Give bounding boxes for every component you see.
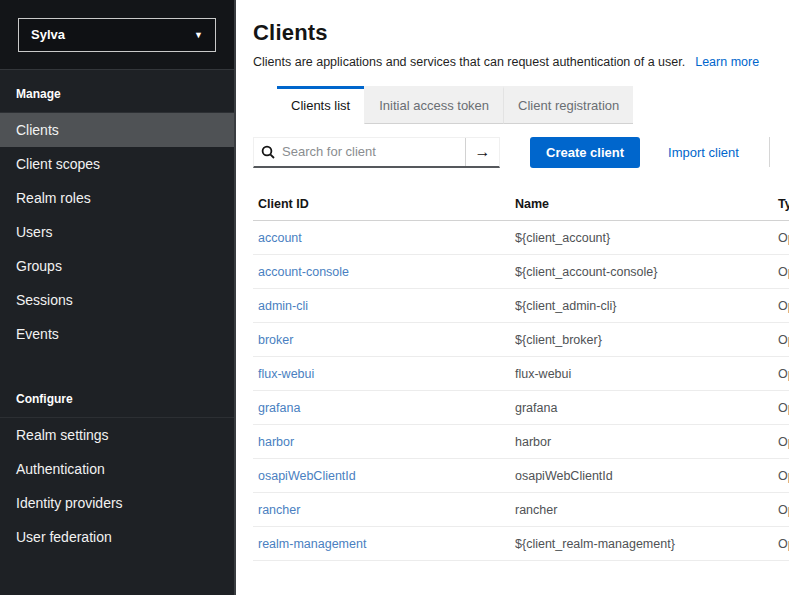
main-content: Clients Clients are applications and ser…	[236, 0, 789, 595]
client-name: rancher	[510, 493, 773, 526]
sidebar-item-sessions[interactable]: Sessions	[0, 283, 234, 317]
table-body: account${client_account}OpenID Connectac…	[253, 221, 789, 561]
nav-section-label: Manage	[0, 70, 234, 113]
table-row: rancherrancherOpenID Connect	[253, 493, 789, 527]
sidebar-item-groups[interactable]: Groups	[0, 249, 234, 283]
client-name: ${client_broker}	[510, 323, 773, 356]
description-text: Clients are applications and services th…	[253, 55, 685, 69]
table-header-row: Client IDNameType	[253, 189, 789, 221]
learn-more-link[interactable]: Learn more	[695, 55, 759, 69]
client-id-link[interactable]: admin-cli	[253, 289, 510, 322]
table-row: realm-management${client_realm-managemen…	[253, 527, 789, 561]
client-name: flux-webui	[510, 357, 773, 390]
client-id-link[interactable]: realm-management	[253, 527, 510, 560]
client-type: OpenID Connect	[773, 459, 789, 492]
table-row: harborharborOpenID Connect	[253, 425, 789, 459]
clients-table: Client IDNameType account${client_accoun…	[253, 189, 789, 561]
column-header-name[interactable]: Name	[510, 189, 773, 221]
toolbar-divider	[769, 137, 770, 167]
sidebar-item-authentication[interactable]: Authentication	[0, 452, 234, 486]
table-row: account-console${client_account-console}…	[253, 255, 789, 289]
sidebar-nav: ManageClientsClient scopesRealm rolesUse…	[0, 70, 234, 554]
client-id-link[interactable]: flux-webui	[253, 357, 510, 390]
client-type: OpenID Connect	[773, 289, 789, 322]
search-group: →	[253, 137, 500, 168]
sidebar-item-identity-providers[interactable]: Identity providers	[0, 486, 234, 520]
client-name: harbor	[510, 425, 773, 458]
sidebar-item-realm-roles[interactable]: Realm roles	[0, 181, 234, 215]
sidebar-item-client-scopes[interactable]: Client scopes	[0, 147, 234, 181]
search-input[interactable]	[282, 144, 465, 159]
chevron-down-icon: ▼	[194, 30, 203, 40]
client-id-link[interactable]: account	[253, 221, 510, 254]
client-type: OpenID Connect	[773, 323, 789, 356]
toolbar: → Create client Import client	[253, 136, 789, 168]
create-client-button[interactable]: Create client	[530, 137, 640, 168]
table-row: grafanagrafanaOpenID Connect	[253, 391, 789, 425]
sidebar-item-events[interactable]: Events	[0, 317, 234, 351]
client-type: OpenID Connect	[773, 527, 789, 560]
sidebar-item-realm-settings[interactable]: Realm settings	[0, 418, 234, 452]
realm-selector-area: Sylva ▼	[0, 0, 234, 70]
table-row: osapiWebClientIdosapiWebClientIdOpenID C…	[253, 459, 789, 493]
client-type: OpenID Connect	[773, 425, 789, 458]
nav-section-configure: ConfigureRealm settingsAuthenticationIde…	[0, 375, 234, 554]
keycloak-admin-app: Sylva ▼ ManageClientsClient scopesRealm …	[0, 0, 789, 595]
tab-clients-list[interactable]: Clients list	[277, 86, 364, 124]
nav-section-label: Configure	[0, 375, 234, 418]
page-title: Clients	[253, 20, 789, 46]
realm-selector[interactable]: Sylva ▼	[18, 18, 216, 52]
table-header: Client IDNameType	[253, 189, 789, 221]
client-name: grafana	[510, 391, 773, 424]
arrow-right-icon: →	[475, 143, 491, 161]
client-id-link[interactable]: broker	[253, 323, 510, 356]
client-type: OpenID Connect	[773, 493, 789, 526]
column-header-type[interactable]: Type	[773, 189, 789, 221]
client-id-link[interactable]: osapiWebClientId	[253, 459, 510, 492]
sidebar: Sylva ▼ ManageClientsClient scopesRealm …	[0, 0, 236, 595]
table-row: flux-webuiflux-webuiOpenID Connect	[253, 357, 789, 391]
search-submit-button[interactable]: →	[465, 138, 499, 166]
tab-client-registration[interactable]: Client registration	[503, 86, 633, 124]
realm-name: Sylva	[31, 27, 65, 42]
client-type: OpenID Connect	[773, 391, 789, 424]
client-id-link[interactable]: harbor	[253, 425, 510, 458]
client-id-link[interactable]: account-console	[253, 255, 510, 288]
page-description: Clients are applications and services th…	[253, 55, 789, 69]
client-name: osapiWebClientId	[510, 459, 773, 492]
client-name: ${client_realm-management}	[510, 527, 773, 560]
sidebar-item-users[interactable]: Users	[0, 215, 234, 249]
table-row: broker${client_broker}OpenID Connect	[253, 323, 789, 357]
client-name: ${client_admin-cli}	[510, 289, 773, 322]
sidebar-item-user-federation[interactable]: User federation	[0, 520, 234, 554]
table-row: account${client_account}OpenID Connect	[253, 221, 789, 255]
tab-bar: Clients listInitial access tokenClient r…	[277, 86, 789, 124]
import-client-link[interactable]: Import client	[668, 145, 739, 160]
column-header-client-id[interactable]: Client ID	[253, 189, 510, 221]
client-id-link[interactable]: rancher	[253, 493, 510, 526]
search-icon	[254, 145, 282, 159]
client-name: ${client_account}	[510, 221, 773, 254]
client-type: OpenID Connect	[773, 357, 789, 390]
client-id-link[interactable]: grafana	[253, 391, 510, 424]
tab-initial-access-token[interactable]: Initial access token	[364, 86, 503, 124]
client-type: OpenID Connect	[773, 221, 789, 254]
client-type: OpenID Connect	[773, 255, 789, 288]
sidebar-item-clients[interactable]: Clients	[0, 113, 234, 147]
nav-section-manage: ManageClientsClient scopesRealm rolesUse…	[0, 70, 234, 351]
client-name: ${client_account-console}	[510, 255, 773, 288]
table-row: admin-cli${client_admin-cli}OpenID Conne…	[253, 289, 789, 323]
